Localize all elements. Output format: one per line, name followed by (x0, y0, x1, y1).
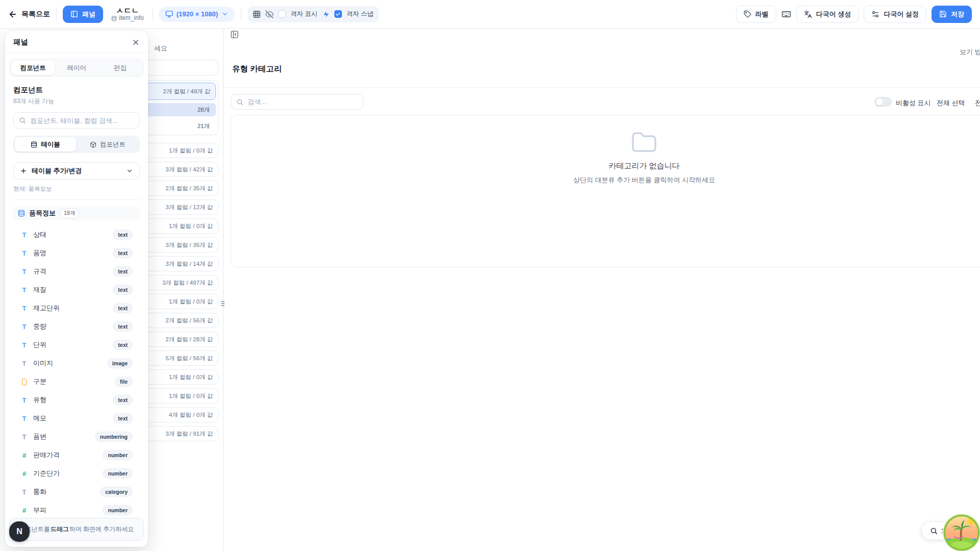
panel-header: 패널 (5, 31, 148, 53)
folder-icon (630, 130, 658, 153)
close-icon[interactable] (132, 38, 140, 46)
field-label: 품명 (33, 248, 46, 258)
database-icon (111, 16, 117, 21)
field-type-badge: number (103, 450, 133, 460)
canvas-area: 보기 방식 유형 카테고리 비활성 표시 전체 선택 전 카테고리가 없습니다 … (224, 29, 980, 551)
label-button[interactable]: 라벨 (736, 6, 776, 23)
component-search[interactable] (13, 112, 140, 129)
database-icon (31, 141, 37, 148)
field-type-badge: text (113, 285, 133, 295)
field-row[interactable]: 구분 file (13, 374, 140, 389)
island-sticker (942, 513, 980, 551)
resolution-label: (980 × 551) (177, 10, 218, 18)
field-row[interactable]: T 품명 text (13, 245, 140, 261)
eye-off-icon[interactable] (265, 10, 274, 18)
field-type-icon: T (20, 305, 28, 312)
tab-layers[interactable]: 레이어 (55, 61, 98, 75)
panel-left-close-icon[interactable] (230, 30, 239, 39)
field-type-badge: image (107, 358, 133, 368)
keyboard-shortcuts-button[interactable] (781, 9, 791, 19)
component-search-input[interactable] (30, 117, 134, 124)
field-type-icon: T (20, 341, 28, 349)
sidebar-resize-handle[interactable] (221, 299, 226, 308)
field-row[interactable]: # 기준단가 number (13, 466, 140, 481)
save-icon (939, 10, 947, 18)
field-row[interactable]: T 통화 category (13, 484, 140, 499)
panel-toggle-button[interactable]: 패널 (63, 6, 103, 23)
bound-table: item_info (111, 15, 144, 22)
tab-edit[interactable]: 편집 (99, 61, 142, 75)
field-row[interactable]: T 이미지 image (13, 356, 140, 371)
divider (13, 199, 140, 200)
plus-icon (20, 167, 27, 174)
grid-show-checkbox[interactable] (278, 10, 286, 18)
clipped-action-button[interactable]: 전 (975, 98, 980, 108)
database-icon (18, 210, 25, 217)
current-table-label: 현재: 품목정보 (13, 185, 140, 193)
search-icon (19, 117, 26, 124)
field-row[interactable]: # 판매가격 number (13, 447, 140, 463)
field-row[interactable]: T 상태 text (13, 227, 140, 242)
field-label: 단위 (33, 340, 46, 349)
field-type-badge: text (113, 340, 133, 350)
page-title-block: ㅅㄷㄴ item_info (111, 6, 144, 22)
field-type-badge: number (103, 505, 133, 515)
drag-hint-bold: 드래그 (51, 525, 69, 534)
field-count-badge: 19개 (60, 208, 79, 218)
panel-button-label: 패널 (82, 10, 95, 19)
tab-components[interactable]: 컴포넌트 (11, 61, 55, 75)
chevron-down-icon (126, 167, 133, 174)
field-label: 재질 (33, 285, 46, 294)
field-row[interactable]: T 규격 text (13, 264, 140, 279)
divider (224, 87, 980, 88)
grid-icon (253, 10, 261, 18)
field-type-badge: number (103, 468, 133, 479)
field-type-icon: T (20, 323, 28, 331)
grid-snap-checkbox[interactable] (334, 10, 342, 18)
field-row[interactable]: T 단위 text (13, 337, 140, 353)
resolution-dropdown[interactable]: (980 × 551) (159, 7, 235, 22)
empty-title: 카테고리가 없습니다 (608, 161, 679, 171)
panel-body: 컴포넌트 83개 사용 가능 테이블 (5, 77, 148, 518)
panel-title: 패널 (13, 37, 28, 47)
field-row[interactable]: T 품번 numbering (13, 429, 140, 444)
search-icon (236, 98, 243, 106)
field-row[interactable]: T 메모 text (13, 411, 140, 426)
translate-icon (804, 10, 812, 18)
field-row[interactable]: # 부피 number (13, 503, 140, 518)
save-button[interactable]: 저장 (932, 6, 972, 23)
i18n-settings-button[interactable]: 다국어 설정 (864, 6, 926, 23)
mode-table-button[interactable]: 테이블 (15, 137, 76, 152)
i18n-settings-text: 다국어 설정 (884, 10, 919, 19)
monitor-icon (165, 10, 173, 18)
add-table-button[interactable]: 테이블 추가/변경 (13, 162, 140, 180)
field-type-badge: text (113, 303, 133, 313)
category-search[interactable] (231, 94, 363, 110)
table-section-header[interactable]: 품목정보 19개 (13, 206, 140, 220)
divider (56, 8, 57, 20)
back-to-list-button[interactable]: 목록으로 (8, 10, 50, 19)
tag-icon (744, 10, 751, 18)
field-label: 구분 (33, 377, 46, 386)
field-type-badge: file (115, 377, 133, 387)
grid-snap-label: 격자 스냅 (347, 10, 374, 18)
back-label: 목록으로 (21, 10, 50, 19)
field-label: 중량 (33, 322, 46, 331)
mode-component-button[interactable]: 컴포넌트 (77, 137, 138, 152)
field-row[interactable]: T 유형 text (13, 392, 140, 408)
category-search-input[interactable] (248, 98, 358, 106)
field-row[interactable]: T 재질 text (13, 282, 140, 297)
field-type-icon: T (20, 360, 28, 367)
inactive-toggle[interactable] (874, 97, 892, 107)
field-type-icon: T (20, 415, 28, 422)
field-row[interactable]: T 재고단위 text (13, 300, 140, 316)
field-row[interactable]: T 중량 text (13, 319, 140, 334)
field-label: 유형 (33, 395, 46, 405)
select-all-button[interactable]: 전체 선택 (937, 98, 965, 108)
field-type-icon: T (20, 249, 28, 257)
i18n-generate-button[interactable]: 다국어 생성 (796, 6, 859, 23)
field-type-icon: T (20, 231, 28, 239)
sidebar-clipped-text: 세요 (154, 44, 167, 53)
app-window: 목록으로 패널 ㅅㄷㄴ item_info (0, 0, 980, 551)
collaborator-cursor-badge: N (9, 521, 30, 542)
